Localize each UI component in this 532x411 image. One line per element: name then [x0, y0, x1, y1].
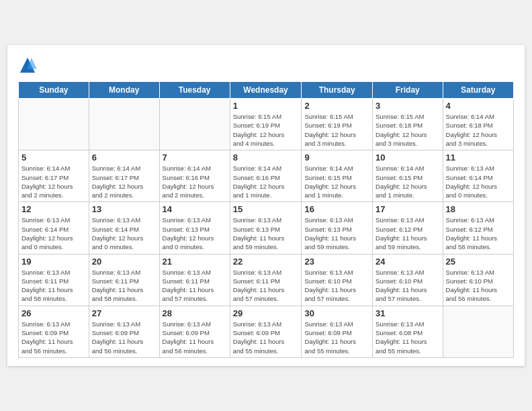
logo [18, 56, 40, 75]
day-number: 1 [233, 101, 299, 111]
day-number: 15 [233, 204, 299, 214]
day-info: Sunrise: 6:13 AM Sunset: 6:08 PM Dayligh… [375, 320, 440, 355]
day-number: 26 [21, 308, 86, 318]
day-info: Sunrise: 6:13 AM Sunset: 6:11 PM Dayligh… [233, 268, 299, 304]
day-info: Sunrise: 6:13 AM Sunset: 6:13 PM Dayligh… [233, 216, 299, 251]
day-number: 16 [304, 204, 369, 214]
day-number: 25 [446, 257, 511, 267]
day-number: 11 [446, 152, 511, 163]
day-info: Sunrise: 6:13 AM Sunset: 6:11 PM Dayligh… [21, 268, 86, 304]
day-info: Sunrise: 6:13 AM Sunset: 6:09 PM Dayligh… [92, 320, 157, 355]
day-number: 19 [21, 257, 86, 267]
day-number: 24 [375, 257, 440, 267]
day-number: 6 [92, 152, 157, 163]
week-row-1: 1Sunrise: 6:15 AM Sunset: 6:19 PM Daylig… [19, 99, 514, 150]
day-info: Sunrise: 6:13 AM Sunset: 6:13 PM Dayligh… [304, 216, 369, 251]
day-cell: 9Sunrise: 6:14 AM Sunset: 6:15 PM Daylig… [302, 150, 373, 202]
day-cell: 16Sunrise: 6:13 AM Sunset: 6:13 PM Dayli… [302, 202, 373, 254]
day-cell: 13Sunrise: 6:13 AM Sunset: 6:14 PM Dayli… [89, 202, 159, 254]
weekday-header-friday: Friday [373, 82, 443, 99]
weekday-header-sunday: Sunday [19, 82, 89, 99]
day-cell: 8Sunrise: 6:14 AM Sunset: 6:16 PM Daylig… [230, 150, 302, 202]
calendar-container: SundayMondayTuesdayWednesdayThursdayFrid… [7, 45, 525, 366]
day-cell: 22Sunrise: 6:13 AM Sunset: 6:11 PM Dayli… [230, 254, 302, 306]
week-row-2: 5Sunrise: 6:14 AM Sunset: 6:17 PM Daylig… [19, 150, 514, 202]
day-info: Sunrise: 6:13 AM Sunset: 6:09 PM Dayligh… [163, 320, 227, 355]
day-cell: 12Sunrise: 6:13 AM Sunset: 6:14 PM Dayli… [19, 202, 89, 254]
day-info: Sunrise: 6:13 AM Sunset: 6:11 PM Dayligh… [163, 268, 227, 304]
weekday-header-row: SundayMondayTuesdayWednesdayThursdayFrid… [19, 82, 514, 99]
day-cell: 15Sunrise: 6:13 AM Sunset: 6:13 PM Dayli… [230, 202, 302, 254]
day-info: Sunrise: 6:13 AM Sunset: 6:10 PM Dayligh… [446, 268, 511, 304]
day-info: Sunrise: 6:14 AM Sunset: 6:15 PM Dayligh… [304, 164, 369, 199]
day-info: Sunrise: 6:13 AM Sunset: 6:09 PM Dayligh… [304, 320, 369, 355]
day-cell: 10Sunrise: 6:14 AM Sunset: 6:15 PM Dayli… [373, 150, 443, 202]
day-cell: 14Sunrise: 6:13 AM Sunset: 6:13 PM Dayli… [159, 202, 230, 254]
day-cell: 17Sunrise: 6:13 AM Sunset: 6:12 PM Dayli… [373, 202, 443, 254]
day-cell: 19Sunrise: 6:13 AM Sunset: 6:11 PM Dayli… [19, 254, 89, 306]
day-number: 2 [304, 101, 369, 111]
day-info: Sunrise: 6:13 AM Sunset: 6:14 PM Dayligh… [446, 164, 511, 199]
day-cell: 24Sunrise: 6:13 AM Sunset: 6:10 PM Dayli… [373, 254, 443, 306]
day-number: 3 [375, 101, 440, 111]
day-cell: 5Sunrise: 6:14 AM Sunset: 6:17 PM Daylig… [19, 150, 89, 202]
day-number: 27 [92, 308, 157, 318]
day-number: 4 [446, 101, 511, 111]
weekday-header-saturday: Saturday [443, 82, 513, 99]
day-info: Sunrise: 6:13 AM Sunset: 6:10 PM Dayligh… [375, 268, 440, 304]
day-number: 13 [92, 204, 157, 214]
day-number: 8 [233, 152, 299, 163]
day-cell: 1Sunrise: 6:15 AM Sunset: 6:19 PM Daylig… [230, 99, 302, 150]
logo-icon [18, 56, 37, 75]
day-info: Sunrise: 6:14 AM Sunset: 6:15 PM Dayligh… [375, 164, 440, 199]
day-info: Sunrise: 6:15 AM Sunset: 6:19 PM Dayligh… [233, 112, 299, 148]
day-number: 5 [21, 152, 86, 163]
day-cell: 3Sunrise: 6:15 AM Sunset: 6:18 PM Daylig… [373, 99, 443, 150]
day-cell: 18Sunrise: 6:13 AM Sunset: 6:12 PM Dayli… [443, 202, 513, 254]
header [18, 56, 514, 75]
day-info: Sunrise: 6:13 AM Sunset: 6:14 PM Dayligh… [21, 216, 86, 251]
day-info: Sunrise: 6:15 AM Sunset: 6:19 PM Dayligh… [304, 112, 369, 148]
week-row-3: 12Sunrise: 6:13 AM Sunset: 6:14 PM Dayli… [19, 202, 514, 254]
day-number: 10 [375, 152, 440, 163]
day-cell: 26Sunrise: 6:13 AM Sunset: 6:09 PM Dayli… [19, 306, 89, 357]
day-cell: 25Sunrise: 6:13 AM Sunset: 6:10 PM Dayli… [443, 254, 513, 306]
day-info: Sunrise: 6:13 AM Sunset: 6:12 PM Dayligh… [446, 216, 511, 251]
day-cell [443, 306, 513, 357]
day-cell: 21Sunrise: 6:13 AM Sunset: 6:11 PM Dayli… [159, 254, 230, 306]
day-cell: 11Sunrise: 6:13 AM Sunset: 6:14 PM Dayli… [443, 150, 513, 202]
day-number: 28 [163, 308, 227, 318]
day-info: Sunrise: 6:15 AM Sunset: 6:18 PM Dayligh… [375, 112, 440, 148]
day-cell [19, 99, 89, 150]
day-info: Sunrise: 6:13 AM Sunset: 6:13 PM Dayligh… [163, 216, 227, 251]
week-row-4: 19Sunrise: 6:13 AM Sunset: 6:11 PM Dayli… [19, 254, 514, 306]
day-number: 7 [163, 152, 227, 163]
calendar-table: SundayMondayTuesdayWednesdayThursdayFrid… [18, 81, 514, 358]
day-info: Sunrise: 6:13 AM Sunset: 6:11 PM Dayligh… [92, 268, 157, 304]
day-cell: 23Sunrise: 6:13 AM Sunset: 6:10 PM Dayli… [302, 254, 373, 306]
day-info: Sunrise: 6:13 AM Sunset: 6:14 PM Dayligh… [92, 216, 157, 251]
day-cell: 7Sunrise: 6:14 AM Sunset: 6:16 PM Daylig… [159, 150, 230, 202]
day-cell [159, 99, 230, 150]
day-info: Sunrise: 6:14 AM Sunset: 6:17 PM Dayligh… [92, 164, 157, 199]
day-number: 31 [375, 308, 440, 318]
day-cell: 28Sunrise: 6:13 AM Sunset: 6:09 PM Dayli… [159, 306, 230, 357]
day-cell: 6Sunrise: 6:14 AM Sunset: 6:17 PM Daylig… [89, 150, 159, 202]
day-number: 23 [304, 257, 369, 267]
day-info: Sunrise: 6:14 AM Sunset: 6:16 PM Dayligh… [163, 164, 227, 199]
day-cell: 27Sunrise: 6:13 AM Sunset: 6:09 PM Dayli… [89, 306, 159, 357]
day-number: 12 [21, 204, 86, 214]
day-number: 9 [304, 152, 369, 163]
weekday-header-monday: Monday [89, 82, 159, 99]
weekday-header-tuesday: Tuesday [159, 82, 230, 99]
day-info: Sunrise: 6:13 AM Sunset: 6:09 PM Dayligh… [21, 320, 86, 355]
day-number: 20 [92, 257, 157, 267]
day-number: 14 [163, 204, 227, 214]
day-info: Sunrise: 6:13 AM Sunset: 6:09 PM Dayligh… [233, 320, 299, 355]
day-cell: 31Sunrise: 6:13 AM Sunset: 6:08 PM Dayli… [373, 306, 443, 357]
day-info: Sunrise: 6:14 AM Sunset: 6:16 PM Dayligh… [233, 164, 299, 199]
weekday-header-thursday: Thursday [302, 82, 373, 99]
day-cell [89, 99, 159, 150]
day-number: 18 [446, 204, 511, 214]
week-row-5: 26Sunrise: 6:13 AM Sunset: 6:09 PM Dayli… [19, 306, 514, 357]
